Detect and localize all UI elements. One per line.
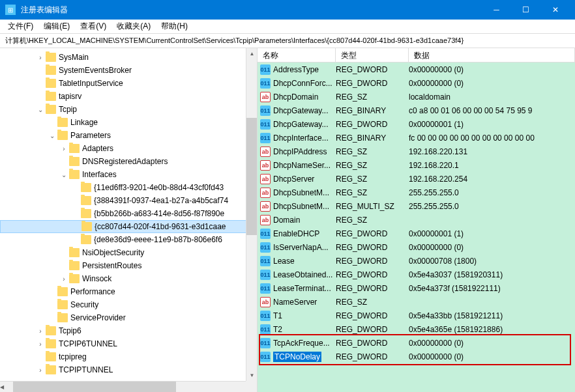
tree-label: Linkage	[70, 118, 98, 127]
expander-icon[interactable]: ⌄	[47, 132, 57, 139]
value-row[interactable]: abDhcpDomainREG_SZlocaldomain	[258, 90, 575, 104]
value-row[interactable]: 011DhcpGateway...REG_DWORD0x00000001 (1)	[258, 117, 575, 131]
value-data: 192.168.220.1	[409, 161, 572, 170]
menu-edit[interactable]: 编辑(E)	[38, 20, 75, 33]
tree-item-nsios[interactable]: NsiObjectSecurity	[0, 246, 257, 259]
value-row[interactable]: 011AddressTypeREG_DWORD0x00000000 (0)	[258, 63, 575, 76]
value-data: localdomain	[409, 92, 572, 102]
value-row[interactable]: abDomainREG_SZ	[258, 213, 575, 227]
value-row[interactable]: 011TcpAckFreque...REG_DWORD0x00000000 (0…	[258, 336, 575, 350]
value-type: REG_DWORD	[336, 65, 409, 74]
binary-value-icon: 011	[260, 64, 271, 75]
folder-icon	[81, 209, 91, 218]
tree-item-tapisrv[interactable]: tapisrv	[0, 90, 257, 103]
tree-item-dnsra[interactable]: DNSRegisteredAdapters	[0, 155, 257, 168]
value-row[interactable]: 011EnableDHCPREG_DWORD0x00000001 (1)	[258, 227, 575, 240]
tree-item-tcpipreg[interactable]: tcpipreg	[0, 350, 257, 363]
tree-item-i3[interactable]: {b5bb266b-a683-414e-8d56-f87f890e	[0, 207, 257, 220]
menu-help[interactable]: 帮助(H)	[156, 20, 193, 33]
titlebar: ⊞ 注册表编辑器 ─ ☐ ✕	[0, 0, 575, 20]
expander-icon[interactable]: ⌄	[59, 171, 69, 178]
value-row[interactable]: 011TCPNoDelayREG_DWORD0x00000000 (0)	[258, 350, 575, 363]
listview[interactable]: 名称 类型 数据 011AddressTypeREG_DWORD0x000000…	[258, 48, 575, 392]
tree-item-seb[interactable]: SystemEventsBroker	[0, 64, 257, 77]
folder-icon	[81, 235, 91, 244]
header-name[interactable]: 名称	[258, 48, 336, 62]
value-row[interactable]: abNameServerREG_SZ	[258, 295, 575, 309]
value-name: TCPNoDelay	[273, 352, 321, 362]
tree-item-parameters[interactable]: ⌄Parameters	[0, 129, 257, 142]
tree-item-sp[interactable]: ServiceProvider	[0, 311, 257, 324]
menu-favorites[interactable]: 收藏夹(A)	[111, 20, 156, 33]
value-row[interactable]: 011T2REG_DWORD0x5e4a365e (1581921886)	[258, 322, 575, 336]
address-bar[interactable]: 计算机\HKEY_LOCAL_MACHINE\SYSTEM\CurrentCon…	[0, 34, 575, 48]
tree-label: Performance	[70, 287, 115, 296]
tree-item-pr[interactable]: PersistentRoutes	[0, 259, 257, 272]
treeview[interactable]: ›SysMainSystemEventsBrokerTabletInputSer…	[0, 48, 258, 392]
value-data: 0x00000000 (0)	[409, 79, 572, 88]
tree-item-tcpip6[interactable]: ›Tcpip6	[0, 324, 257, 337]
value-row[interactable]: 011T1REG_DWORD0x5e4a33bb (1581921211)	[258, 309, 575, 322]
value-name: Domain	[273, 216, 300, 225]
expander-icon[interactable]: ›	[35, 367, 46, 374]
minimize-button[interactable]: ─	[482, 0, 511, 20]
value-type: REG_DWORD	[336, 352, 409, 361]
tree-item-tcpip[interactable]: ⌄Tcpip	[0, 103, 257, 116]
value-row[interactable]: abDhcpSubnetM...REG_MULTI_SZ255.255.255.…	[258, 199, 575, 213]
value-row[interactable]: abDhcpNameSer...REG_SZ192.168.220.1	[258, 158, 575, 172]
value-data: 255.255.255.0	[409, 202, 572, 211]
tree-item-tis[interactable]: TabletInputService	[0, 77, 257, 90]
tree-item-adapters[interactable]: ›Adapters	[0, 142, 257, 155]
value-data: 192.168.220.131	[409, 147, 572, 156]
value-row[interactable]: 011IsServerNapA...REG_DWORD0x00000000 (0…	[258, 240, 575, 254]
folder-icon	[46, 326, 56, 335]
value-row[interactable]: abDhcpServerREG_SZ192.168.220.254	[258, 172, 575, 186]
tree-label: {11ed6ff3-9201-4e0b-88d4-43cf0fd43	[94, 183, 224, 192]
folder-icon	[69, 144, 80, 153]
value-row[interactable]: 011DhcpInterface...REG_BINARYfc 00 00 00…	[258, 131, 575, 145]
expander-icon[interactable]: ⌄	[35, 106, 46, 113]
value-type: REG_DWORD	[336, 243, 409, 252]
maximize-button[interactable]: ☐	[511, 0, 540, 20]
expander-icon[interactable]: ›	[35, 328, 46, 335]
value-name: DhcpDomain	[273, 92, 318, 102]
tree-item-tcpip6t[interactable]: ›TCPIP6TUNNEL	[0, 337, 257, 350]
value-row[interactable]: abDhcpIPAddressREG_SZ192.168.220.131	[258, 145, 575, 158]
close-button[interactable]: ✕	[540, 0, 570, 20]
folder-icon	[69, 248, 80, 257]
menu-file[interactable]: 文件(F)	[3, 20, 38, 33]
tree-item-winsock[interactable]: ›Winsock	[0, 272, 257, 285]
menu-view[interactable]: 查看(V)	[75, 20, 111, 33]
tree-item-sysmain[interactable]: ›SysMain	[0, 51, 257, 64]
tree-item-interfaces[interactable]: ⌄Interfaces	[0, 168, 257, 181]
tree-label: Winsock	[82, 274, 111, 283]
header-type[interactable]: 类型	[336, 48, 409, 62]
value-name: DhcpSubnetM...	[273, 202, 329, 211]
value-row[interactable]: 011DhcpGateway...REG_BINARYc0 a8 00 01 0…	[258, 104, 575, 117]
value-row[interactable]: abDhcpSubnetM...REG_SZ255.255.255.0	[258, 186, 575, 199]
tree-scrollbar-vertical[interactable]: ▲ ▼	[246, 48, 257, 381]
tree-item-i4[interactable]: {cc807d44-020f-41bd-9631-e3d1caae	[0, 220, 257, 233]
value-type: REG_DWORD	[336, 270, 409, 279]
tree-label: NsiObjectSecurity	[82, 248, 144, 257]
value-row[interactable]: 011DhcpConnForc...REG_DWORD0x00000000 (0…	[258, 76, 575, 90]
tree-item-i1[interactable]: {11ed6ff3-9201-4e0b-88d4-43cf0fd43	[0, 181, 257, 194]
tree-item-security[interactable]: Security	[0, 298, 257, 311]
expander-icon[interactable]: ›	[59, 145, 69, 152]
expander-icon[interactable]: ›	[35, 54, 46, 61]
value-type: REG_DWORD	[336, 311, 409, 320]
value-row[interactable]: 011LeaseTerminat...REG_DWORD0x5e4a373f (…	[258, 281, 575, 295]
header-data[interactable]: 数据	[409, 48, 575, 62]
expander-icon[interactable]: ›	[59, 275, 69, 283]
string-value-icon: ab	[260, 201, 271, 212]
value-row[interactable]: 011LeaseObtained...REG_DWORD0x5e4a3037 (…	[258, 268, 575, 281]
tree-item-i5[interactable]: {de8e36d9-eeee-11e9-b87b-806e6f6	[0, 233, 257, 246]
value-row[interactable]: 011LeaseREG_DWORD0x00000708 (1800)	[258, 254, 575, 268]
value-name: AddressType	[273, 65, 319, 74]
tree-item-linkage[interactable]: Linkage	[0, 116, 257, 129]
tree-item-perf[interactable]: Performance	[0, 285, 257, 298]
tree-scrollbar-horizontal[interactable]: ◀ ▶	[0, 381, 246, 392]
tree-item-i2[interactable]: {3884391f-0937-4ea1-b27a-a4b5caf74	[0, 194, 257, 207]
expander-icon[interactable]: ›	[35, 341, 46, 348]
tree-item-tcpiptunnel[interactable]: ›TCPIPTUNNEL	[0, 363, 257, 376]
